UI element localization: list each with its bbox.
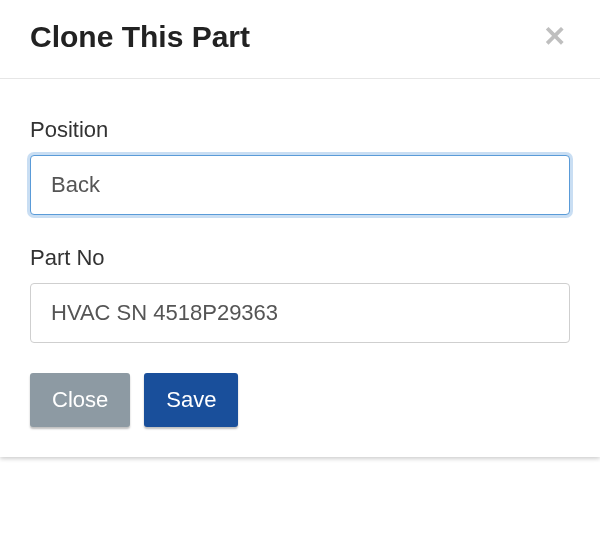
position-input[interactable] — [30, 155, 570, 215]
clone-part-modal: Clone This Part ✕ Position Part No Close… — [0, 0, 600, 457]
position-field-group: Position — [30, 117, 570, 215]
save-button[interactable]: Save — [144, 373, 238, 427]
close-button[interactable]: Close — [30, 373, 130, 427]
close-icon[interactable]: ✕ — [539, 23, 570, 51]
partno-input[interactable] — [30, 283, 570, 343]
modal-header: Clone This Part ✕ — [0, 0, 600, 79]
button-row: Close Save — [30, 373, 570, 427]
partno-field-group: Part No — [30, 245, 570, 343]
modal-body: Position Part No Close Save — [0, 79, 600, 457]
modal-title: Clone This Part — [30, 20, 250, 54]
partno-label: Part No — [30, 245, 570, 271]
position-label: Position — [30, 117, 570, 143]
